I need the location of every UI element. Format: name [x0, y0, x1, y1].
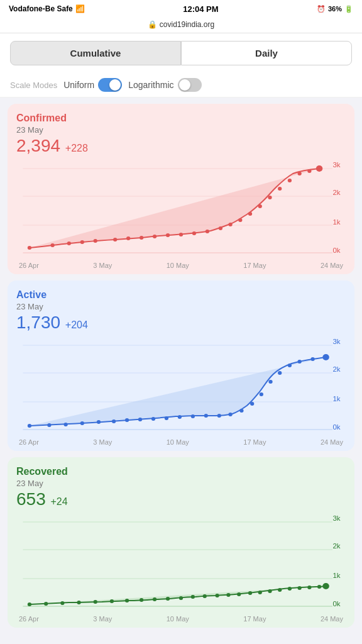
active-x-labels: 26 Apr 3 May 10 May 17 May 24 May: [16, 437, 346, 446]
x-label-a0: 26 Apr: [19, 438, 39, 446]
recovered-delta: +24: [51, 496, 68, 507]
x-label-a4: 24 May: [321, 438, 343, 446]
svg-point-31: [316, 165, 322, 172]
svg-text:3k: 3k: [332, 338, 341, 345]
svg-point-82: [179, 596, 183, 600]
uniform-toggle[interactable]: [98, 78, 122, 92]
svg-text:1k: 1k: [332, 572, 341, 579]
active-type: Active: [16, 289, 346, 301]
logarithmic-label: Logarithmic: [128, 80, 173, 90]
status-right: ⏰ 36% 🔋: [317, 5, 353, 13]
svg-point-12: [94, 239, 97, 243]
svg-point-52: [204, 414, 208, 418]
wifi-icon: 📶: [75, 4, 85, 13]
svg-point-22: [228, 223, 232, 226]
x-label-r2: 10 May: [167, 615, 189, 623]
svg-point-72: [28, 602, 31, 606]
carrier-text: Vodafone-Be Safe: [9, 4, 73, 13]
svg-text:2k: 2k: [332, 542, 341, 550]
scale-modes-label: Scale Modes: [10, 80, 57, 90]
recovered-value: 653 +24: [16, 489, 346, 509]
confirmed-chart-area: 3k 2k 1k 0k: [16, 160, 346, 260]
scale-modes-row: Scale Modes Uniform Logarithmic: [0, 73, 362, 97]
status-left: Vodafone-Be Safe 📶: [9, 4, 85, 13]
logarithmic-toggle[interactable]: [178, 78, 202, 92]
svg-point-53: [217, 414, 221, 418]
svg-point-40: [28, 424, 31, 428]
status-time: 12:04 PM: [183, 4, 218, 14]
active-svg: 3k 2k 1k 0k: [16, 336, 346, 437]
svg-point-62: [310, 357, 314, 361]
recovered-type: Recovered: [16, 466, 346, 477]
svg-point-91: [278, 588, 282, 592]
svg-point-30: [307, 169, 311, 173]
lock-icon: 🔒: [148, 20, 157, 29]
svg-point-42: [63, 423, 67, 426]
svg-point-29: [297, 172, 301, 175]
svg-point-50: [178, 415, 182, 419]
svg-point-26: [268, 196, 272, 199]
uniform-label: Uniform: [63, 80, 94, 90]
svg-point-27: [278, 187, 282, 191]
svg-point-51: [191, 414, 195, 418]
alarm-icon: ⏰: [317, 5, 326, 13]
address-bar: 🔒 covid19india.org: [0, 18, 362, 33]
svg-text:1k: 1k: [332, 218, 341, 226]
svg-point-49: [165, 416, 168, 420]
x-label-4: 24 May: [321, 262, 343, 269]
svg-point-95: [317, 585, 321, 589]
svg-point-87: [237, 592, 241, 596]
svg-point-56: [250, 402, 254, 406]
svg-text:0k: 0k: [332, 247, 341, 254]
svg-point-86: [226, 593, 230, 597]
charts-section: Confirmed 23 May 2,394 +228 3k 2k 1k 0k: [0, 97, 362, 634]
battery-text: 36%: [328, 5, 342, 13]
active-header: Active 23 May 1,730 +204: [16, 289, 346, 333]
recovered-date: 23 May: [16, 479, 346, 488]
tab-cumulative[interactable]: Cumulative: [10, 41, 181, 65]
svg-point-41: [47, 423, 51, 427]
svg-point-88: [248, 591, 252, 595]
svg-point-20: [206, 230, 209, 233]
confirmed-svg: 3k 2k 1k 0k: [16, 160, 346, 260]
svg-point-59: [278, 371, 282, 375]
svg-point-96: [322, 583, 329, 589]
svg-point-90: [268, 589, 272, 593]
recovered-svg: 3k 2k 1k 0k: [16, 513, 346, 614]
svg-text:0k: 0k: [332, 423, 341, 431]
active-value: 1,730 +204: [16, 313, 346, 333]
url-text: covid19india.org: [160, 20, 214, 29]
confirmed-delta: +228: [65, 143, 88, 153]
svg-point-55: [239, 409, 243, 413]
uniform-toggle-knob: [109, 79, 121, 91]
svg-point-46: [125, 418, 129, 422]
svg-point-10: [67, 242, 71, 245]
svg-text:3k: 3k: [332, 161, 341, 169]
svg-point-8: [28, 246, 31, 250]
confirmed-value: 2,394 +228: [16, 136, 346, 156]
active-date: 23 May: [16, 302, 346, 311]
svg-point-80: [153, 597, 156, 601]
svg-point-76: [94, 600, 97, 604]
svg-point-63: [322, 354, 329, 360]
svg-point-18: [179, 233, 183, 236]
confirmed-type: Confirmed: [16, 113, 346, 124]
svg-point-24: [248, 212, 252, 216]
svg-point-81: [166, 597, 170, 601]
svg-text:3k: 3k: [332, 514, 341, 522]
svg-text:1k: 1k: [332, 395, 341, 402]
svg-point-14: [126, 236, 130, 240]
svg-text:2k: 2k: [332, 365, 341, 373]
tab-selector: Cumulative Daily: [0, 33, 362, 73]
svg-point-85: [215, 594, 219, 597]
svg-point-9: [50, 243, 54, 247]
svg-point-58: [268, 380, 272, 384]
svg-point-17: [166, 233, 170, 237]
svg-point-47: [138, 418, 142, 421]
svg-text:2k: 2k: [332, 189, 341, 196]
tab-daily[interactable]: Daily: [181, 41, 352, 65]
confirmed-x-labels: 26 Apr 3 May 10 May 17 May 24 May: [16, 260, 346, 269]
x-label-2: 10 May: [167, 262, 189, 269]
svg-point-44: [97, 420, 101, 424]
svg-point-60: [288, 364, 292, 367]
